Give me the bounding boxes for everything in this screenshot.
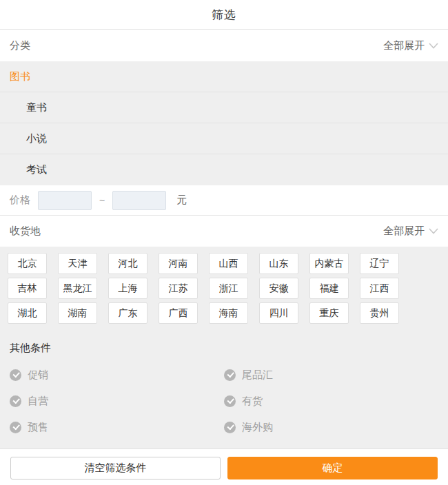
condition-label: 促销 bbox=[28, 369, 48, 382]
clear-filters-button[interactable]: 清空筛选条件 bbox=[10, 457, 221, 479]
region-section-header: 收货地 全部展开 bbox=[0, 216, 448, 247]
check-circle-icon bbox=[10, 422, 21, 433]
check-circle-icon bbox=[10, 369, 21, 381]
price-max-input[interactable] bbox=[112, 191, 166, 210]
price-label: 价格 bbox=[10, 194, 30, 207]
category-label: 分类 bbox=[10, 39, 30, 52]
category-expand-toggle[interactable]: 全部展开 bbox=[383, 39, 438, 52]
footer-button-row: 清空筛选条件 确定 bbox=[0, 449, 448, 479]
category-item[interactable]: 小说 bbox=[0, 123, 448, 154]
region-button[interactable]: 海南 bbox=[209, 302, 248, 324]
filter-panel: 筛选 分类 全部展开 图书 童书 小说 考试 价格 ~ 元 收货地 全部展开 bbox=[0, 0, 448, 485]
region-label: 收货地 bbox=[10, 225, 41, 238]
region-expand-toggle[interactable]: 全部展开 bbox=[383, 225, 438, 238]
region-button[interactable]: 山西 bbox=[209, 253, 248, 274]
check-circle-icon bbox=[10, 395, 21, 407]
condition-item[interactable]: 尾品汇 bbox=[224, 362, 438, 388]
region-button[interactable]: 福建 bbox=[309, 278, 349, 299]
region-expand-label: 全部展开 bbox=[383, 225, 425, 238]
region-button[interactable]: 湖南 bbox=[58, 302, 97, 324]
condition-item[interactable]: 预售 bbox=[10, 414, 224, 440]
region-button[interactable]: 四川 bbox=[259, 302, 298, 324]
region-button[interactable]: 贵州 bbox=[360, 302, 399, 324]
region-button[interactable]: 江西 bbox=[360, 278, 399, 299]
condition-item[interactable]: 促销 bbox=[10, 362, 224, 388]
region-button[interactable]: 湖北 bbox=[8, 302, 47, 324]
region-button[interactable]: 河北 bbox=[108, 253, 147, 274]
check-circle-icon bbox=[224, 369, 236, 381]
condition-item[interactable]: 自营 bbox=[10, 388, 224, 414]
condition-label: 预售 bbox=[28, 421, 48, 434]
condition-label: 海外购 bbox=[242, 421, 273, 434]
condition-item[interactable]: 有货 bbox=[224, 388, 438, 414]
price-range-separator: ~ bbox=[99, 195, 105, 206]
region-button[interactable]: 河南 bbox=[159, 253, 198, 274]
other-conditions-title: 其他条件 bbox=[10, 331, 438, 362]
region-button[interactable]: 吉林 bbox=[8, 278, 47, 299]
region-button[interactable]: 内蒙古 bbox=[309, 253, 349, 274]
category-list: 图书 童书 小说 考试 bbox=[0, 61, 448, 185]
panel-title: 筛选 bbox=[212, 7, 236, 23]
condition-label: 自营 bbox=[28, 395, 48, 408]
region-button[interactable]: 山东 bbox=[259, 253, 298, 274]
price-unit-label: 元 bbox=[176, 194, 187, 207]
condition-label: 尾品汇 bbox=[242, 369, 273, 382]
region-button[interactable]: 天津 bbox=[58, 253, 97, 274]
category-expand-label: 全部展开 bbox=[383, 39, 425, 52]
region-button[interactable]: 重庆 bbox=[309, 302, 349, 324]
chevron-down-icon bbox=[429, 228, 438, 234]
panel-header: 筛选 bbox=[0, 0, 448, 30]
price-row: 价格 ~ 元 bbox=[0, 185, 448, 216]
region-button[interactable]: 广西 bbox=[159, 302, 198, 324]
category-section-header: 分类 全部展开 bbox=[0, 30, 448, 61]
condition-item[interactable]: 海外购 bbox=[224, 414, 438, 440]
region-grid: 北京 天津 河北 河南 山西 山东 内蒙古 辽宁 吉林 黑龙江 上海 江苏 浙江… bbox=[0, 247, 448, 331]
condition-label: 有货 bbox=[242, 395, 263, 408]
footer: 清空筛选条件 确定 bbox=[0, 448, 448, 485]
region-button[interactable]: 上海 bbox=[108, 278, 147, 299]
other-conditions-section: 其他条件 促销 尾品汇 自营 有货 预售 bbox=[0, 331, 448, 448]
region-button[interactable]: 黑龙江 bbox=[58, 278, 97, 299]
category-item-parent[interactable]: 图书 bbox=[0, 61, 448, 92]
category-item[interactable]: 考试 bbox=[0, 154, 448, 185]
region-button[interactable]: 安徽 bbox=[259, 278, 298, 299]
check-circle-icon bbox=[224, 395, 236, 407]
region-button[interactable]: 浙江 bbox=[209, 278, 248, 299]
check-circle-icon bbox=[224, 422, 236, 433]
price-min-input[interactable] bbox=[38, 191, 92, 210]
region-button[interactable]: 广东 bbox=[108, 302, 147, 324]
region-button[interactable]: 江苏 bbox=[159, 278, 198, 299]
confirm-button[interactable]: 确定 bbox=[227, 457, 438, 479]
chevron-down-icon bbox=[429, 43, 438, 49]
category-item[interactable]: 童书 bbox=[0, 92, 448, 123]
condition-grid: 促销 尾品汇 自营 有货 预售 海外购 bbox=[10, 362, 438, 440]
region-button[interactable]: 北京 bbox=[8, 253, 47, 274]
region-button[interactable]: 辽宁 bbox=[360, 253, 399, 274]
